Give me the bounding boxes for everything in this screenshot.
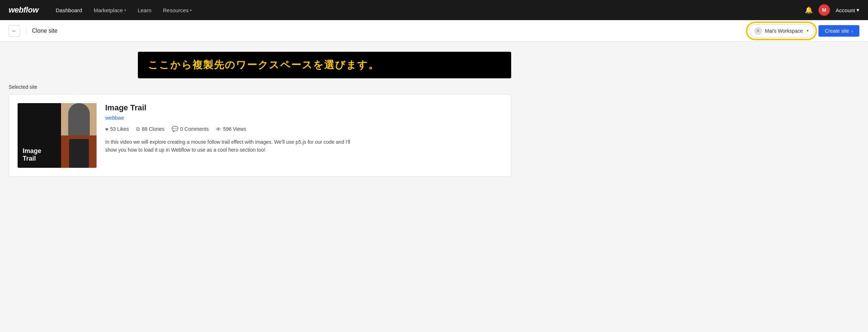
workspace-chevron-icon: ▾	[807, 28, 809, 33]
account-button[interactable]: Account ▾	[836, 7, 859, 13]
eye-icon: 👁	[216, 126, 221, 132]
bell-icon[interactable]: 🔔	[805, 6, 813, 14]
top-navigation: webflow Dashboard Marketplace ▾ Learn Re…	[0, 0, 868, 20]
site-stats: ♥ 53 Likes ⧉ 88 Clones 💬 0 Comments 👁 59…	[105, 126, 502, 132]
create-site-button[interactable]: Create site ›	[818, 25, 859, 37]
comment-icon: 💬	[172, 126, 178, 132]
site-author-link[interactable]: webbae	[105, 115, 502, 121]
thumbnail-right-panel	[61, 103, 97, 168]
workspace-icon: ✕	[754, 27, 762, 35]
secondbar-right: ✕ Mai's Workspace ▾ Create site ›	[749, 24, 859, 37]
workspace-selector[interactable]: ✕ Mai's Workspace ▾	[749, 24, 814, 37]
heart-icon: ♥	[105, 126, 108, 132]
create-site-arrow-icon: ›	[851, 28, 853, 34]
thumbnail-photo-top	[61, 103, 97, 135]
silhouette-bottom	[69, 139, 89, 168]
account-chevron-icon: ▾	[857, 7, 859, 13]
views-count: 596 Views	[223, 126, 246, 132]
thumbnail-photo-bottom	[61, 135, 97, 168]
likes-count: 53 Likes	[110, 126, 129, 132]
resources-chevron-icon: ▾	[190, 8, 192, 12]
back-button[interactable]: ←	[9, 25, 20, 37]
topnav-right-area: 🔔 M Account ▾	[805, 4, 859, 16]
workspace-name: Mai's Workspace	[765, 28, 803, 34]
likes-stat: ♥ 53 Likes	[105, 126, 129, 132]
annotation-text: ここから複製先のワークスペースを選びます。	[148, 59, 379, 70]
clones-stat: ⧉ 88 Clones	[136, 126, 164, 132]
annotation-inner: ここから複製先のワークスペースを選びます。	[138, 52, 511, 78]
selected-site-label: Selected site	[9, 84, 859, 90]
nav-dashboard[interactable]: Dashboard	[56, 7, 82, 13]
webflow-logo[interactable]: webflow	[9, 5, 38, 15]
clones-count: 88 Clones	[142, 126, 164, 132]
site-card: Image Trail Image Trail webbae ♥ 53 Li	[9, 94, 511, 177]
marketplace-chevron-icon: ▾	[124, 8, 126, 12]
avatar: M	[818, 4, 830, 16]
silhouette-top	[68, 103, 90, 135]
site-thumbnail: Image Trail	[18, 103, 97, 168]
nav-marketplace[interactable]: Marketplace ▾	[94, 7, 126, 13]
nav-resources[interactable]: Resources ▾	[163, 7, 192, 13]
nav-learn[interactable]: Learn	[137, 7, 151, 13]
site-name: Image Trail	[105, 103, 502, 112]
secondary-toolbar: ← Clone site ✕ Mai's Workspace ▾ Create …	[0, 20, 868, 42]
annotation-banner: ここから複製先のワークスペースを選びます。	[9, 52, 511, 78]
thumbnail-left-panel: Image Trail	[18, 103, 61, 168]
clone-icon: ⧉	[136, 126, 140, 132]
main-content: ここから複製先のワークスペースを選びます。 Selected site Imag…	[0, 42, 868, 187]
views-stat: 👁 596 Views	[216, 126, 246, 132]
site-description: In this video we will explore creating a…	[105, 138, 356, 154]
site-info: Image Trail webbae ♥ 53 Likes ⧉ 88 Clone…	[105, 103, 502, 168]
comments-stat: 💬 0 Comments	[172, 126, 209, 132]
thumbnail-title: Image Trail	[23, 147, 56, 163]
comments-count: 0 Comments	[180, 126, 209, 132]
page-title: Clone site	[26, 28, 57, 34]
